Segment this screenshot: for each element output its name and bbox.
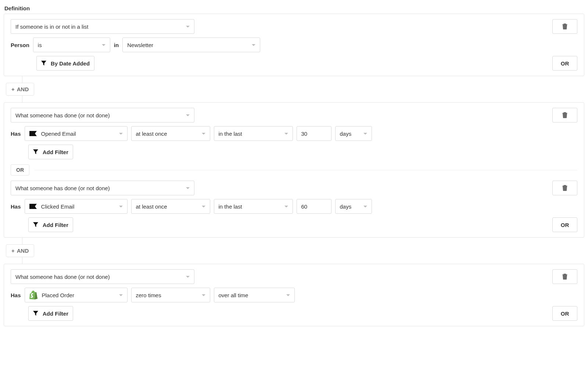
in-label: in [114,42,119,48]
add-filter-button[interactable]: Add Filter [28,306,73,321]
frequency-select[interactable]: zero times [131,288,210,302]
event-select[interactable]: Opened Email [25,126,128,141]
add-filter-button[interactable]: Add Filter [28,217,73,232]
condition-block-3: What someone has done (or not done) Has … [4,264,584,326]
event-select[interactable]: Clicked Email [25,199,128,214]
event-select[interactable]: Placed Order [25,288,128,302]
chevron-down-icon [363,133,367,135]
condition-type-value: If someone is in or not in a list [15,24,88,30]
or-button[interactable]: OR [552,306,577,321]
chevron-down-icon [102,44,105,46]
and-label: AND [17,86,29,92]
range-value: over all time [219,292,248,298]
chevron-down-icon [363,206,367,207]
has-label: Has [11,203,21,210]
person-op-value: is [38,42,42,48]
person-label: Person [11,42,29,48]
condition-type-select[interactable]: If someone is in or not in a list [11,19,194,34]
condition-type-select[interactable]: What someone has done (or not done) [11,181,194,195]
condition-block-1: If someone is in or not in a list Person… [4,14,584,76]
by-date-added-button[interactable]: By Date Added [36,56,94,71]
or-label: OR [561,60,569,67]
flag-icon [29,204,37,209]
or-button[interactable]: OR [552,217,577,232]
add-filter-label: Add Filter [43,149,68,155]
range-number-value: 30 [301,131,308,137]
or-label: OR [561,222,569,228]
add-filter-button[interactable]: Add Filter [28,145,73,159]
condition-type-value: What someone has done (or not done) [15,274,110,280]
chevron-down-icon [186,187,190,189]
shopify-icon [29,291,37,299]
frequency-select[interactable]: at least once [131,199,210,214]
or-label: OR [561,310,569,317]
trash-icon [562,24,567,29]
and-connector: + AND [4,238,584,264]
range-select[interactable]: in the last [214,199,293,214]
chevron-down-icon [202,133,205,135]
or-button[interactable]: OR [552,56,577,71]
plus-icon: + [11,86,15,92]
chevron-down-icon [284,206,288,207]
and-button[interactable]: + AND [6,83,34,96]
filter-icon [33,222,38,227]
condition-type-select[interactable]: What someone has done (or not done) [11,108,194,123]
range-value: in the last [219,131,242,137]
chevron-down-icon [252,44,255,46]
unit-value: days [340,203,352,210]
condition-type-value: What someone has done (or not done) [15,112,110,118]
or-divider-label: OR [11,164,29,175]
frequency-value: at least once [136,203,167,210]
range-select[interactable]: in the last [214,126,293,141]
chevron-down-icon [186,114,190,116]
event-value: Clicked Email [41,203,75,210]
range-number-value: 60 [301,203,308,210]
add-filter-label: Add Filter [43,222,68,228]
has-label: Has [11,292,21,298]
trash-icon [562,112,567,118]
and-button[interactable]: + AND [6,244,34,257]
by-date-added-label: By Date Added [51,60,90,67]
event-value: Opened Email [41,131,76,137]
trash-icon [562,185,567,191]
delete-condition-button[interactable] [552,269,577,284]
range-number-input[interactable]: 30 [297,126,331,141]
unit-select[interactable]: days [335,126,372,141]
range-value: in the last [219,203,242,210]
delete-condition-button[interactable] [552,181,577,195]
chevron-down-icon [186,26,190,28]
has-label: Has [11,131,21,137]
chevron-down-icon [286,294,290,296]
or-divider: OR [11,164,577,175]
and-label: AND [17,248,29,254]
delete-condition-button[interactable] [552,108,577,123]
chevron-down-icon [119,133,123,135]
add-filter-label: Add Filter [43,310,68,317]
chevron-down-icon [119,294,123,296]
filter-icon [33,149,38,155]
unit-select[interactable]: days [335,199,372,214]
flag-icon [29,131,37,136]
condition-type-select[interactable]: What someone has done (or not done) [11,269,194,284]
filter-icon [41,61,46,66]
range-select[interactable]: over all time [214,288,295,302]
delete-condition-button[interactable] [552,19,577,34]
chevron-down-icon [202,206,205,207]
trash-icon [562,274,567,280]
plus-icon: + [11,248,15,254]
chevron-down-icon [186,276,190,278]
and-connector: + AND [4,76,584,102]
frequency-value: zero times [136,292,161,298]
chevron-down-icon [202,294,205,296]
list-value: Newsletter [127,42,153,48]
condition-block-2: What someone has done (or not done) Has … [4,102,584,238]
range-number-input[interactable]: 60 [297,199,331,214]
chevron-down-icon [119,206,123,207]
person-op-select[interactable]: is [33,38,110,52]
chevron-down-icon [284,133,288,135]
frequency-select[interactable]: at least once [131,126,210,141]
list-select[interactable]: Newsletter [122,38,260,52]
frequency-value: at least once [136,131,167,137]
condition-type-value: What someone has done (or not done) [15,185,110,191]
event-value: Placed Order [42,292,74,298]
